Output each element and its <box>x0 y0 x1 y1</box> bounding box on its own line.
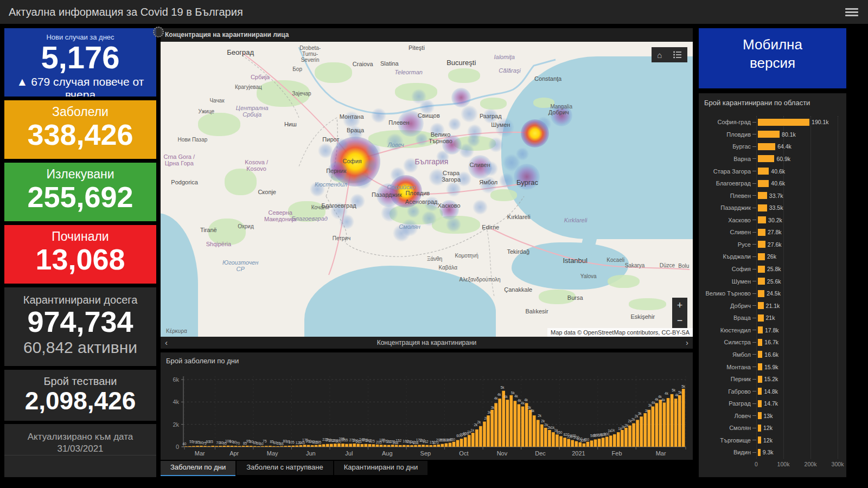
svg-text:162: 162 <box>423 440 429 444</box>
region-label: Велико Търново <box>704 290 751 297</box>
zoom-in-button[interactable]: + <box>672 298 687 313</box>
region-bar <box>758 131 780 138</box>
svg-text:450: 450 <box>583 438 589 441</box>
svg-text:1k: 1k <box>611 428 615 432</box>
axis-tick <box>752 183 756 184</box>
tab-3[interactable]: Карантинирани по дни <box>334 461 428 475</box>
region-row[interactable]: Пазарджик33.5k <box>704 202 841 214</box>
svg-text:Aug: Aug <box>382 450 393 457</box>
stat-card-infected: Заболели 338,426 <box>4 100 156 159</box>
region-label: Благоевград <box>704 180 751 187</box>
region-row[interactable]: Смолян12k <box>704 422 841 434</box>
stat-value: 974,734 <box>4 306 156 337</box>
region-label: Силистра <box>704 339 751 345</box>
region-bar <box>758 425 761 432</box>
region-bar <box>758 290 764 297</box>
region-row[interactable]: Сливен27.8k <box>704 226 841 239</box>
map-canvas[interactable]: БеоградСрбијаКрагујевацЧачакУжицеБорЗаје… <box>161 42 693 337</box>
legend-list-icon[interactable] <box>673 51 682 59</box>
axis-tick <box>752 342 756 343</box>
region-row[interactable]: Пловдив80.1k <box>704 129 841 141</box>
region-value: 15.9k <box>764 364 778 370</box>
axis-tick <box>752 171 756 171</box>
stat-value: 13,068 <box>4 244 156 275</box>
region-row[interactable]: Монтана15.9k <box>704 361 841 373</box>
region-row[interactable]: Русе27.6k <box>704 239 841 251</box>
region-row[interactable]: Ловеч13k <box>704 410 841 422</box>
home-icon[interactable]: ⌂ <box>657 50 662 60</box>
region-row[interactable]: София25.8k <box>704 263 841 275</box>
region-bar <box>758 302 764 309</box>
region-bar <box>758 436 761 444</box>
region-row[interactable]: Габрово14.8k <box>704 385 841 397</box>
stat-card-new-cases: Нови случаи за днес 5,176 ▲ 679 случая п… <box>4 28 156 97</box>
region-row[interactable]: Разград14.7k <box>704 397 841 410</box>
region-label: Добрич <box>704 303 751 309</box>
mobile-version-button[interactable]: Мобилна версия <box>699 28 846 88</box>
tab-1[interactable]: Заболели по дни <box>161 461 235 476</box>
svg-text:Dec: Dec <box>535 450 546 457</box>
svg-text:2k: 2k <box>173 421 179 428</box>
region-value: 190.1k <box>812 119 829 125</box>
app-header: Актуална информация за Covid 19 в Българ… <box>0 0 868 24</box>
next-arrow-icon[interactable]: › <box>686 337 688 349</box>
region-row[interactable]: Плевен33.7k <box>704 189 841 202</box>
region-value: 25.6k <box>767 278 781 285</box>
region-row[interactable]: Варна60.9k <box>704 153 841 165</box>
region-value: 21.1k <box>766 303 780 309</box>
regions-bar-chart[interactable]: София-град190.1kПловдив80.1kБургас64.4kВ… <box>704 116 841 459</box>
stat-title: Брой тествани <box>4 375 156 388</box>
region-bar <box>758 241 765 248</box>
axis-tick <box>752 403 756 404</box>
region-label: Кърджали <box>704 253 751 260</box>
axis-tick <box>752 367 756 367</box>
hamburger-menu-icon[interactable] <box>845 7 858 17</box>
svg-text:5k: 5k <box>672 388 676 392</box>
region-row[interactable]: София-град190.1k <box>704 116 841 129</box>
region-bar <box>758 449 761 456</box>
map-zoom-controls: + − <box>672 298 687 328</box>
region-label: Хасково <box>704 217 751 223</box>
region-row[interactable]: Кърджали26k <box>704 251 841 263</box>
region-row[interactable]: Перник15.2k <box>704 373 841 386</box>
stat-value: 2,098,426 <box>4 388 156 414</box>
zoom-out-button[interactable]: − <box>672 313 687 328</box>
svg-text:Jun: Jun <box>306 450 316 457</box>
region-bar <box>758 376 762 383</box>
region-value: 14.7k <box>764 400 778 407</box>
x-tick-label: 100k <box>777 461 790 467</box>
region-value: 16.6k <box>764 351 778 358</box>
region-value: 30.2k <box>768 217 782 223</box>
axis-tick <box>752 440 756 440</box>
region-row[interactable]: Благоевград40.6k <box>704 177 841 190</box>
region-row[interactable]: Добрич21.1k <box>704 299 841 312</box>
region-row[interactable]: Стара Загора40.6k <box>704 165 841 177</box>
region-row[interactable]: Кюстендил17.8k <box>704 324 841 337</box>
region-label: Варна <box>704 156 751 162</box>
region-row[interactable]: Силистра16.7k <box>704 336 841 349</box>
region-row[interactable]: Велико Търново24.5k <box>704 287 841 300</box>
region-bar <box>758 400 762 407</box>
region-row[interactable]: Хасково30.2k <box>704 214 841 227</box>
region-row[interactable]: Бургас64.4k <box>704 140 841 153</box>
updated-card: Актуализирано към дата 31/03/2021 <box>4 424 156 477</box>
svg-text:Feb: Feb <box>612 450 622 457</box>
region-row[interactable]: Враца21k <box>704 312 841 324</box>
region-label: Плевен <box>704 192 751 199</box>
tab-2[interactable]: Заболели с натрупване <box>237 461 333 475</box>
axis-tick <box>752 452 756 453</box>
svg-text:5k: 5k <box>681 384 686 388</box>
axis-tick <box>752 195 756 196</box>
region-value: 26k <box>767 253 776 260</box>
region-row[interactable]: Ямбол16.6k <box>704 349 841 361</box>
x-tick-label: 0 <box>755 461 758 467</box>
region-row[interactable]: Шумен25.6k <box>704 275 841 287</box>
daily-cases-chart[interactable]: 02k4k6kMarAprMayJunJulAugSepOctNovDec202… <box>161 352 693 462</box>
stat-title: Карантинирани досега <box>4 294 156 306</box>
svg-text:4k: 4k <box>665 391 669 395</box>
region-row[interactable]: Търговище12k <box>704 434 841 447</box>
region-label: Стара Загора <box>704 168 751 175</box>
svg-text:2k: 2k <box>477 420 481 424</box>
region-row[interactable]: Видин9.3k <box>704 446 841 459</box>
region-label: Габрово <box>704 388 751 395</box>
